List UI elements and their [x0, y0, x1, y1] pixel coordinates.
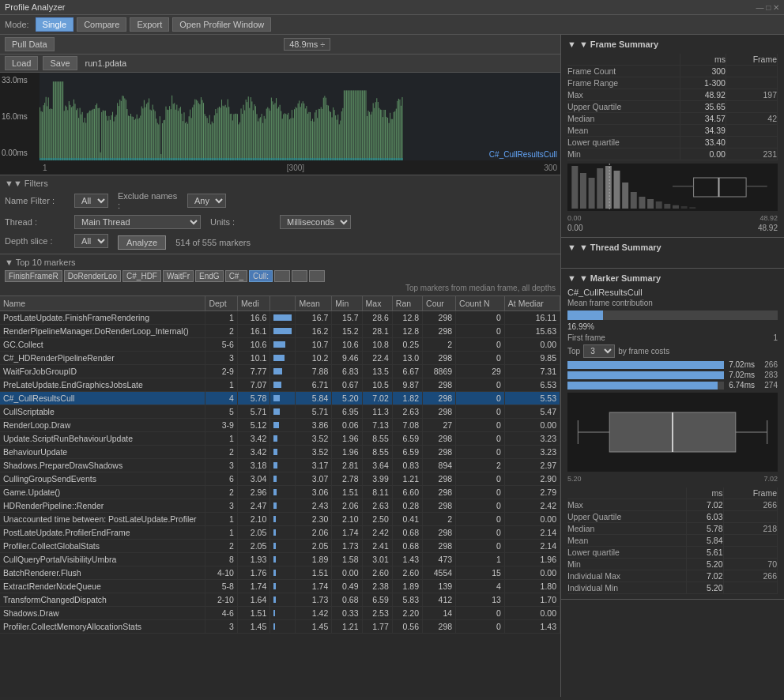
table-row[interactable]: C#_HDRenderPipelineRender 3 10.1 10.2 9.… [0, 352, 560, 365]
table-row[interactable]: RenderPipelineManager.DoRenderLoop_Inter… [0, 325, 560, 338]
top-controls: Pull Data 48.9ms ÷ [0, 35, 560, 55]
marker-tag-8[interactable] [292, 270, 307, 282]
col-min[interactable]: Min [332, 296, 362, 311]
cell-dept: 6 [205, 472, 238, 486]
main-layout: Pull Data 48.9ms ÷ Load Save run1.pdata … [0, 35, 784, 697]
cost-bar-bg-1 [567, 371, 724, 379]
col-max[interactable]: Max [362, 296, 392, 311]
marker-tag-4[interactable]: EndG [195, 270, 224, 282]
marker-tag-9[interactable] [309, 270, 325, 282]
table-row[interactable]: Profiler.CollectGlobalStats 2 2.05 2.05 … [0, 540, 560, 553]
depth-select[interactable]: All [74, 234, 108, 248]
table-row[interactable]: Shadows.Draw 4-6 1.51 1.42 0.33 2.53 2.2… [0, 607, 560, 620]
cell-dept: 4-6 [205, 607, 238, 620]
table-row[interactable]: RenderLoop.Draw 3-9 5.12 3.86 0.06 7.13 … [0, 419, 560, 432]
col-cour[interactable]: Cour [423, 296, 456, 311]
col-atmed[interactable]: At Mediar [504, 296, 560, 311]
cell-count: 0 [456, 338, 505, 352]
cell-dept: 2-10 [205, 593, 238, 607]
col-dept[interactable]: Dept [205, 296, 238, 311]
marker-summary-title: ▼ ▼ Marker Summary [567, 273, 778, 283]
table-row[interactable]: Shadows.PrepareDrawShadows 3 3.18 3.17 2… [0, 459, 560, 472]
fs-col-frame: Frame [726, 54, 777, 66]
cell-count: 0 [456, 378, 505, 392]
load-button[interactable]: Load [5, 56, 38, 70]
cell-max: 13.5 [362, 365, 392, 378]
col-ran[interactable]: Ran [392, 296, 422, 311]
thread-select[interactable]: Main Thread [74, 215, 201, 229]
cell-min: 0.68 [332, 593, 362, 607]
marker-tag-6[interactable]: Cull: [249, 270, 273, 282]
cell-min: 9.46 [332, 352, 362, 365]
table-row[interactable]: Unaccounted time between: PostLateUpdate… [0, 513, 560, 526]
table-row[interactable]: CullingGroupSendEvents 6 3.04 3.07 2.78 … [0, 472, 560, 486]
cell-name: WaitForJobGroupID [0, 365, 205, 378]
table-row[interactable]: Update.ScriptRunBehaviourUpdate 1 3.42 3… [0, 432, 560, 446]
cell-atmed: 2.97 [504, 459, 560, 472]
tab-single[interactable]: Single [36, 17, 74, 32]
table-row[interactable]: PostLateUpdate.FinishFrameRendering 1 16… [0, 311, 560, 325]
table-row[interactable]: CullScriptable 5 5.71 5.71 6.95 11.3 2.6… [0, 405, 560, 419]
col-name[interactable]: Name [0, 296, 205, 311]
cell-count: 0 [456, 405, 505, 419]
table-row[interactable]: BatchRenderer.Flush 4-10 1.76 1.51 0.00 … [0, 566, 560, 580]
mode-bar: Mode: Single Compare Export Open Profile… [0, 15, 784, 35]
thread-row: Thread : Main Thread [5, 215, 201, 229]
tab-export[interactable]: Export [130, 17, 169, 32]
cell-bar [270, 593, 296, 607]
table-row[interactable]: WaitForJobGroupID 2-9 7.77 7.88 6.83 13.… [0, 365, 560, 378]
cell-bar [270, 472, 296, 486]
markers-table-container[interactable]: Name Dept Medi Mean Min Max Ran Cour Cou… [0, 296, 560, 697]
table-row[interactable]: Game.Update() 2 2.96 3.06 1.51 8.11 6.60… [0, 486, 560, 499]
marker-tag-5[interactable]: C#_ [225, 270, 247, 282]
top-n-select[interactable]: 3 [583, 344, 615, 358]
cell-name: HDRenderPipeline::Render [0, 499, 205, 513]
svg-rect-606 [589, 178, 595, 209]
cell-name: GC.Collect [0, 338, 205, 352]
table-row[interactable]: TransformChangedDispatch 2-10 1.64 1.73 … [0, 593, 560, 607]
table-row[interactable]: Profiler.CollectMemoryAllocationStats 3 … [0, 620, 560, 634]
marker-tag-0[interactable]: FinishFrameR [5, 270, 62, 282]
thread-summary-section: ▼ ▼ Thread Summary [561, 238, 784, 269]
cell-name: PostLateUpdate.ProfilerEndFrame [0, 526, 205, 540]
table-row[interactable]: PreLateUpdate.EndGraphicsJobsLate 1 7.07… [0, 378, 560, 392]
tab-open-profiler[interactable]: Open Profiler Window [172, 17, 271, 32]
cell-name: RenderLoop.Draw [0, 419, 205, 432]
cell-bar [270, 620, 296, 634]
cell-mean: 1.74 [296, 580, 332, 593]
cell-atmed: 1.70 [504, 593, 560, 607]
pull-data-button[interactable]: Pull Data [5, 37, 55, 51]
col-count[interactable]: Count N [456, 296, 505, 311]
cell-min: 0.06 [332, 419, 362, 432]
right-panel: ▼ ▼ Frame Summary ms Frame Frame Count 3… [561, 35, 784, 697]
cell-ran: 13.0 [392, 352, 422, 365]
cell-dept: 8 [205, 553, 238, 566]
cell-max: 8.11 [362, 486, 392, 499]
analyze-button[interactable]: Analyze [118, 235, 166, 250]
table-row[interactable]: C#_CullResultsCull 4 5.78 5.84 5.20 7.02… [0, 392, 560, 405]
marker-tag-1[interactable]: DoRenderLoo [64, 270, 121, 282]
col-medi1[interactable]: Medi [237, 296, 270, 311]
tab-compare[interactable]: Compare [77, 17, 126, 32]
cell-cour: 298 [423, 378, 456, 392]
cell-max: 2.63 [362, 499, 392, 513]
marker-tag-7[interactable] [274, 270, 290, 282]
name-filter-select[interactable]: All [74, 194, 108, 208]
col-medi2[interactable] [270, 296, 296, 311]
table-row[interactable]: HDRenderPipeline::Render 3 2.47 2.43 2.0… [0, 499, 560, 513]
col-mean[interactable]: Mean [296, 296, 332, 311]
marker-tag-3[interactable]: WaitFr [163, 270, 194, 282]
table-row[interactable]: BehaviourUpdate 2 3.42 3.52 1.96 8.55 6.… [0, 446, 560, 459]
table-row[interactable]: GC.Collect 5-6 10.6 10.7 10.6 10.8 0.25 … [0, 338, 560, 352]
marker-tag-2[interactable]: C#_HDF [122, 270, 161, 282]
table-row[interactable]: ExtractRenderNodeQueue 5-8 1.74 1.74 0.4… [0, 580, 560, 593]
save-button[interactable]: Save [43, 56, 77, 70]
table-row[interactable]: CullQueryPortalVisibilityUmbra 8 1.93 1.… [0, 553, 560, 566]
marker-stats-table: ms Frame Max 7.02 266 Upper Quartile 6.0… [567, 487, 778, 594]
frame-graph[interactable]: // We'll draw this in the inline script … [40, 73, 560, 160]
cell-cour: 27 [423, 419, 456, 432]
cell-medi1: 7.77 [237, 365, 270, 378]
units-select[interactable]: Milliseconds [280, 215, 351, 229]
exclude-select[interactable]: Any [187, 194, 226, 208]
table-row[interactable]: PostLateUpdate.ProfilerEndFrame 1 2.05 2… [0, 526, 560, 540]
